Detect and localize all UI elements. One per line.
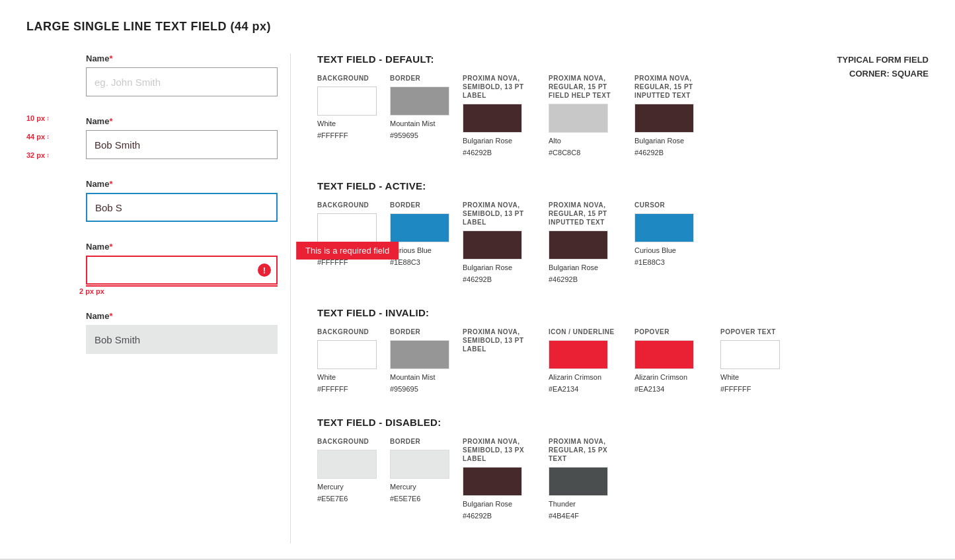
invalid-popover: This is a required field: [296, 242, 399, 260]
input-default-filled[interactable]: [86, 130, 278, 159]
spec-row-disabled: background Mercury #E5E7E6 border Mercur…: [317, 437, 929, 520]
dim-2px: 2 px px: [79, 287, 104, 295]
swatch-invalid-popover-text: [720, 340, 780, 369]
spec-col-default-label: PROXIMA NOVA, SEMIBOLD, 13 PT label Bulg…: [463, 74, 535, 157]
label-border: border: [390, 74, 420, 83]
spec-col-disabled-text: PROXIMA NOVA, REGULAR, 15 PX text Thunde…: [549, 437, 621, 520]
field-default-filled: Name*: [86, 116, 291, 159]
swatch-default-border: [390, 87, 449, 116]
swatch-active-cursor: [634, 213, 694, 242]
swatch-active-bg: [317, 213, 377, 242]
spec-row-default: background White #FFFFFF border Mountain…: [317, 74, 929, 157]
dim-10px-arrow: ↕: [46, 115, 50, 122]
spec-row-invalid: background White #FFFFFF border Mountain…: [317, 328, 929, 393]
left-panel: 10 px ↕ 44 px ↕ 32 px ↕ Name*: [26, 53, 291, 543]
swatch-invalid-icon: [549, 340, 608, 369]
spec-title-active: TEXT FIELD - ACTIVE:: [317, 180, 929, 192]
input-disabled: [86, 325, 278, 354]
swatch-disabled-label: [463, 467, 522, 496]
invalid-icon: !: [258, 263, 271, 277]
label-text-label: PROXIMA NOVA, SEMIBOLD, 13 PT label: [463, 74, 524, 100]
spec-col-default-border: border Mountain Mist #959695: [390, 74, 449, 139]
spec-row-active: background White #FFFFFF border Curious …: [317, 201, 929, 283]
field-label-invalid: Name*: [86, 242, 291, 252]
spec-col-invalid-popover-text: popover text White #FFFFFF: [720, 328, 793, 393]
dimension-annotations: 10 px ↕ 44 px ↕ 32 px ↕: [26, 114, 73, 159]
field-label-filled: Name*: [86, 116, 291, 126]
corner-note: TYPICAL FORM FIELD CORNER: SQUARE: [837, 53, 929, 81]
swatch-disabled-bg: [317, 450, 377, 479]
spec-col-default-input: PROXIMA NOVA, REGULAR, 15 PT inputted te…: [634, 74, 707, 157]
swatch-disabled-border: [390, 450, 449, 479]
input-invalid[interactable]: [86, 256, 278, 285]
spec-col-disabled-label: PROXIMA NOVA, SEMIBOLD, 13 PX label Bulg…: [463, 437, 535, 520]
label-bg: background: [317, 74, 369, 83]
spec-title-invalid: TEXT FIELD - INVALID:: [317, 307, 929, 318]
invalid-underline: [86, 285, 278, 287]
input-default-empty[interactable]: [86, 67, 278, 96]
spec-col-invalid-popover: popover Alizarin Crimson #EA2134: [634, 328, 707, 393]
swatch-active-border: [390, 213, 449, 242]
swatch-invalid-bg: [317, 340, 377, 369]
field-label-default: Name*: [86, 53, 291, 63]
spec-col-active-input: PROXIMA NOVA, REGULAR, 15 PT inputted te…: [549, 201, 621, 283]
label-help-text: PROXIMA NOVA, REGULAR, 15 PT field help …: [549, 74, 611, 100]
dim-32px-label: 32 px: [26, 151, 45, 159]
label-inputted-text: PROXIMA NOVA, REGULAR, 15 PT inputted te…: [634, 74, 693, 100]
field-default-empty: Name*: [86, 53, 291, 96]
swatch-invalid-popover: [634, 340, 694, 369]
swatch-default-bg: [317, 87, 377, 116]
spec-col-disabled-bg: background Mercury #E5E7E6: [317, 437, 377, 503]
spec-col-disabled-border: border Mercury #E5E7E6: [390, 437, 449, 503]
spec-section-invalid: TEXT FIELD - INVALID: background White #…: [317, 307, 929, 393]
field-label-disabled: Name*: [86, 311, 291, 321]
swatch-default-input: [634, 104, 694, 133]
page-title: LARGE SINGLE LINE TEXT FIELD (44 px): [26, 20, 929, 34]
spec-col-active-border: border Curious Blue #1E88C3: [390, 201, 449, 266]
spec-title-disabled: TEXT FIELD - DISABLED:: [317, 417, 929, 428]
dim-44px-label: 44 px: [26, 133, 45, 141]
swatch-active-input: [549, 230, 608, 260]
spec-col-invalid-border: border Mountain Mist #959695: [390, 328, 449, 393]
spec-col-invalid-label: PROXIMA NOVA, SEMIBOLD, 13 PT label: [463, 328, 535, 353]
field-active: Name*: [86, 179, 291, 222]
spec-section-active: TEXT FIELD - ACTIVE: background White #F…: [317, 180, 929, 283]
spec-col-invalid-bg: background White #FFFFFF: [317, 328, 377, 393]
right-panel: TYPICAL FORM FIELD CORNER: SQUARE TEXT F…: [317, 53, 929, 543]
spec-col-active-cursor: cursor Curious Blue #1E88C3: [634, 201, 707, 266]
field-label-active: Name*: [86, 179, 291, 189]
page: LARGE SINGLE LINE TEXT FIELD (44 px) 10 …: [0, 0, 955, 560]
input-active[interactable]: [86, 193, 278, 222]
vertical-divider: [290, 53, 291, 543]
spec-col-default-bg: background White #FFFFFF: [317, 74, 377, 139]
swatch-active-label: [463, 230, 522, 260]
field-invalid: Name* This is a required field ! 2 px px: [86, 242, 291, 285]
invalid-input-wrapper: !: [86, 256, 278, 285]
swatch-default-label: [463, 104, 522, 133]
spec-section-disabled: TEXT FIELD - DISABLED: background Mercur…: [317, 417, 929, 520]
main-layout: 10 px ↕ 44 px ↕ 32 px ↕ Name*: [26, 53, 929, 543]
field-disabled: Name*: [86, 311, 291, 354]
dim-32px-arrow: ↕: [46, 152, 50, 158]
swatch-invalid-border: [390, 340, 449, 369]
swatch-default-help: [549, 104, 608, 133]
spec-col-active-label: PROXIMA NOVA, SEMIBOLD, 13 PT label Bulg…: [463, 201, 535, 283]
dim-10px-label: 10 px: [26, 114, 45, 122]
spec-col-default-help: PROXIMA NOVA, REGULAR, 15 PT field help …: [549, 74, 621, 157]
swatch-disabled-text: [549, 467, 608, 496]
spec-col-invalid-icon: icon / underline Alizarin Crimson #EA213…: [549, 328, 621, 393]
dim-44px-arrow: ↕: [46, 133, 50, 140]
